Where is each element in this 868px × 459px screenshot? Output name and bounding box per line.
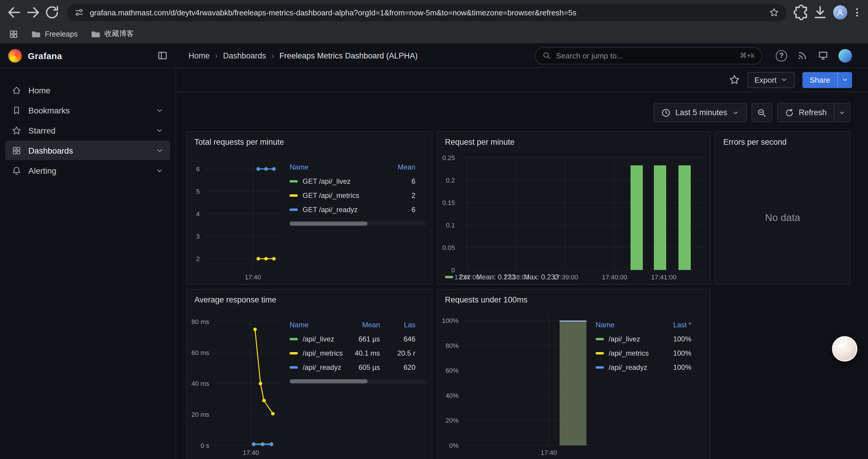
extensions-icon[interactable] — [793, 4, 809, 21]
browser-menu-button[interactable] — [852, 5, 862, 20]
chevron-down-icon[interactable] — [155, 146, 164, 155]
sidebar-item-alerting[interactable]: Alerting — [5, 161, 170, 180]
svg-text:17:40: 17:40 — [243, 449, 259, 456]
svg-text:2: 2 — [196, 255, 200, 263]
downloads-icon[interactable] — [812, 4, 829, 21]
dashboard-canvas: Last 5 minutes Refresh — [176, 92, 868, 459]
sidebar-item-bookmarks[interactable]: Bookmarks — [5, 100, 170, 120]
person-icon — [836, 8, 844, 17]
forward-button[interactable] — [25, 4, 41, 21]
svg-text:17:40: 17:40 — [245, 273, 261, 281]
legend-scrollbar[interactable] — [289, 222, 426, 226]
legend-series-name[interactable]: GET /api/_readyz — [289, 205, 380, 214]
chevron-down-icon — [732, 109, 739, 116]
chevron-down-icon[interactable] — [155, 126, 164, 134]
time-range-picker[interactable]: Last 5 minutes — [653, 103, 747, 122]
legend-series-name[interactable]: /api/_livez — [289, 335, 344, 343]
floating-assistant-avatar[interactable] — [832, 336, 857, 362]
grafana-logo[interactable] — [8, 49, 22, 62]
breadcrumb-item-home[interactable]: Home — [188, 51, 210, 60]
legend-value: 661 µs — [344, 335, 380, 343]
legend-header: NameMean — [289, 160, 426, 174]
legend-series-name[interactable]: /api/_readyz — [289, 363, 344, 371]
chevron-down-icon[interactable] — [155, 106, 164, 114]
panel-title[interactable]: Requests under 100ms — [437, 290, 710, 309]
search-input[interactable] — [556, 51, 735, 60]
legend-series-name[interactable]: /api/_readyz — [596, 363, 656, 371]
breadcrumb: Home›Dashboards›Freeleaps Metrics Dashbo… — [188, 51, 418, 60]
legend-column-last-[interactable]: Last * — [656, 321, 691, 329]
panel-title[interactable]: Errors per second — [716, 132, 850, 152]
legend-series-name[interactable]: /api/_metrics — [596, 349, 656, 357]
browser-profile-avatar[interactable] — [833, 5, 847, 20]
legend-series-name[interactable]: GET /api/_metrics — [289, 191, 380, 200]
svg-text:80 ms: 80 ms — [191, 318, 209, 326]
tune-icon[interactable] — [74, 8, 84, 17]
breadcrumb-separator: › — [215, 51, 218, 60]
legend-value: 6 — [380, 205, 415, 214]
bookmarks-bar: Freeleaps 收藏博客 — [0, 25, 868, 44]
share-button[interactable]: Share — [803, 72, 852, 88]
refresh-button[interactable]: Refresh — [777, 103, 850, 122]
legend-series-name[interactable]: GET /api/_livez — [289, 177, 380, 186]
browser-toolbar: grafana.mathmast.com/d/deytv4rwavabkb/fr… — [0, 0, 868, 25]
svg-text:17:38:00: 17:38:00 — [504, 273, 529, 281]
legend-scrollbar[interactable] — [289, 379, 426, 383]
refresh-icon — [784, 108, 794, 117]
legend-header: NameLast * — [596, 318, 702, 332]
chevron-down-icon[interactable] — [155, 166, 164, 174]
panel-errors-per-second: Errors per second No data — [715, 131, 850, 285]
panel-title[interactable]: Average response time — [187, 290, 432, 309]
apps-grid-icon[interactable] — [9, 29, 18, 39]
series-color-swatch — [596, 338, 604, 340]
search-box[interactable]: ⌘+k — [535, 47, 762, 64]
legend-column-name[interactable]: Name — [289, 163, 380, 171]
refresh-interval-dropdown[interactable] — [834, 103, 850, 122]
kiosk-monitor-icon[interactable] — [818, 50, 829, 61]
sidebar-item-dashboards[interactable]: Dashboards — [5, 140, 170, 160]
refresh-label: Refresh — [799, 108, 827, 117]
bookmark-icon — [12, 105, 21, 115]
series-color-swatch — [289, 208, 298, 211]
favorite-dashboard-icon[interactable] — [729, 74, 740, 85]
svg-text:6: 6 — [196, 165, 200, 173]
zoom-out-button[interactable] — [751, 103, 772, 122]
legend-column-mean[interactable]: Mean — [380, 163, 415, 171]
legend-scrollbar-thumb[interactable] — [289, 379, 367, 383]
export-button[interactable]: Export — [747, 72, 795, 88]
help-icon[interactable]: ? — [776, 50, 787, 61]
bookmark-folder-freeleaps[interactable]: Freeleaps — [31, 29, 78, 39]
collapse-sidebar-icon[interactable] — [157, 50, 168, 61]
share-dropdown[interactable] — [837, 72, 852, 88]
legend-column-mean[interactable]: Mean — [344, 321, 380, 329]
legend-column-name[interactable]: Name — [289, 321, 344, 329]
svg-text:0%: 0% — [449, 442, 459, 449]
legend-row: /api/_metrics40.1 ms20.5 r — [289, 346, 426, 360]
legend-column-name[interactable]: Name — [596, 321, 656, 329]
url-text[interactable]: grafana.mathmast.com/d/deytv4rwavabkb/fr… — [90, 8, 764, 17]
panel-title[interactable]: Request per minute — [437, 132, 710, 152]
bookmark-folder-blogs[interactable]: 收藏博客 — [91, 29, 134, 39]
legend-scrollbar-thumb[interactable] — [289, 222, 367, 226]
dashboard-actions-row: Export Share — [176, 68, 868, 92]
legend-series-name[interactable]: /api/_livez — [596, 335, 656, 343]
breadcrumb-item-dashboards[interactable]: Dashboards — [223, 51, 266, 60]
legend-series-name[interactable]: /api/_metrics — [289, 349, 344, 357]
legend-value: 2 — [380, 191, 415, 200]
user-avatar[interactable] — [838, 49, 852, 62]
address-bar[interactable]: grafana.mathmast.com/d/deytv4rwavabkb/fr… — [67, 4, 786, 21]
average-response-time-legend: NameMeanLas/api/_livez661 µs646/api/_met… — [287, 309, 432, 459]
back-button[interactable] — [6, 4, 23, 21]
legend-column-las[interactable]: Las — [380, 321, 415, 329]
bookmark-star-icon[interactable] — [769, 8, 779, 17]
sidebar-item-label: Alerting — [28, 166, 148, 175]
panel-title[interactable]: Total requests per minute — [187, 132, 432, 152]
news-rss-icon[interactable] — [797, 50, 808, 61]
reload-button[interactable] — [44, 4, 60, 21]
panel-requests-under-100ms: Requests under 100ms 17:40100%80%60%40%2… — [437, 289, 711, 459]
share-label[interactable]: Share — [803, 72, 837, 88]
home-icon — [12, 85, 21, 95]
sidebar-item-home[interactable]: Home — [5, 80, 170, 100]
sidebar-item-starred[interactable]: Starred — [5, 121, 170, 140]
svg-text:40%: 40% — [445, 392, 459, 399]
